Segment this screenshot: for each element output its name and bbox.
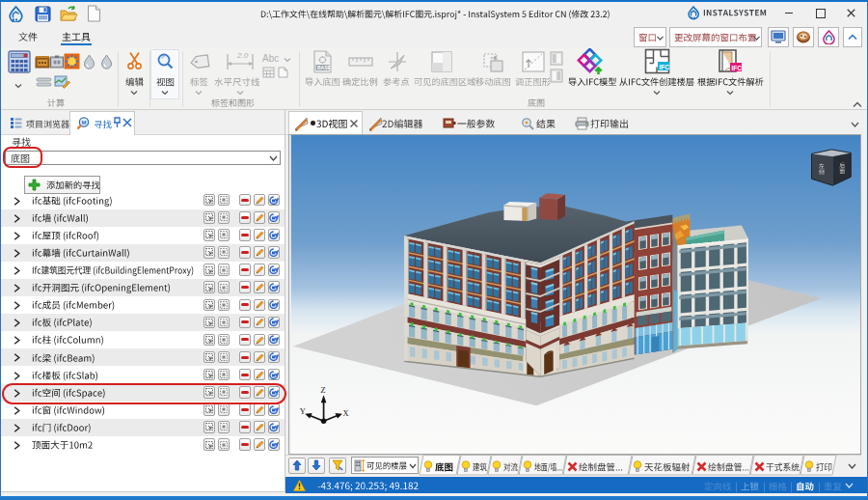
svg-text:IFC: IFC (660, 64, 670, 70)
svg-text:IFC: IFC (732, 65, 743, 71)
svg-text:BASE: BASE (317, 65, 332, 70)
svg-text:M: M (82, 120, 87, 125)
svg-text:2.0: 2.0 (236, 51, 249, 60)
svg-text:Y: Y (300, 406, 306, 416)
svg-text:X: X (342, 408, 348, 418)
svg-text:Z: Z (321, 385, 326, 395)
